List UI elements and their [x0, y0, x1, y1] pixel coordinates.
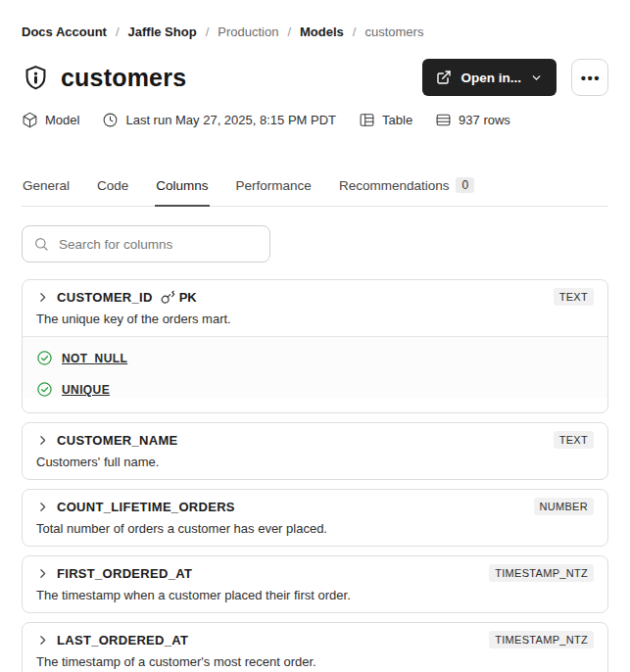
tab-code[interactable]: Code: [96, 178, 129, 207]
column-name: LAST_ORDERED_AT: [57, 633, 188, 648]
column-card-customer-id: CUSTOMER_ID PK TEXT The unique key of th…: [22, 279, 608, 413]
column-card-customer-name: CUSTOMER_NAME TEXT Customers' full name.: [22, 422, 608, 480]
shield-health-icon: [22, 64, 50, 92]
column-header[interactable]: CUSTOMER_ID PK TEXT: [36, 289, 594, 305]
column-header[interactable]: CUSTOMER_NAME TEXT: [36, 432, 594, 448]
check-circle-icon: [36, 350, 53, 366]
ellipsis-icon: •••: [581, 71, 601, 85]
check-circle-icon: [36, 381, 53, 398]
column-type-badge: NUMBER: [534, 498, 594, 515]
column-type-badge: TEXT: [554, 431, 594, 449]
page-title: customers: [61, 64, 186, 92]
column-header[interactable]: COUNT_LIFETIME_ORDERS NUMBER: [36, 499, 594, 514]
key-icon: [161, 290, 175, 305]
tab-performance[interactable]: Performance: [235, 178, 313, 207]
column-card-main: LAST_ORDERED_AT TIMESTAMP_NTZ The timest…: [23, 623, 607, 672]
more-actions-button[interactable]: •••: [571, 59, 608, 96]
column-header[interactable]: FIRST_ORDERED_AT TIMESTAMP_NTZ: [36, 565, 594, 581]
clock-icon: [102, 112, 119, 128]
recommendations-count-badge: 0: [456, 177, 474, 193]
table-icon: [359, 112, 375, 128]
column-type-badge: TIMESTAMP_NTZ: [489, 564, 594, 582]
column-name: FIRST_ORDERED_AT: [57, 566, 192, 581]
resource-meta: Model Last run May 27, 2025, 8:15 PM PDT…: [22, 112, 608, 128]
meta-last-run: Last run May 27, 2025, 8:15 PM PDT: [102, 112, 336, 128]
meta-row-count-label: 937 rows: [459, 113, 510, 127]
column-name: CUSTOMER_NAME: [57, 433, 178, 448]
model-detail-page: Docs Account / Jaffle Shop / Production …: [0, 0, 630, 672]
tab-recommendations-label: Recommendations: [339, 178, 450, 193]
pk-label: PK: [179, 290, 197, 305]
chevron-right-icon[interactable]: [36, 291, 49, 304]
breadcrumb-separator: /: [206, 24, 210, 39]
breadcrumb-item-jaffle-shop[interactable]: Jaffle Shop: [128, 24, 197, 39]
test-row: UNIQUE: [36, 381, 594, 398]
meta-materialization-label: Table: [382, 113, 412, 127]
rows-icon: [435, 112, 452, 128]
chevron-right-icon[interactable]: [36, 501, 49, 513]
tab-columns[interactable]: Columns: [155, 178, 209, 207]
chevron-right-icon[interactable]: [36, 567, 49, 580]
meta-row-count: 937 rows: [435, 112, 510, 128]
search-input[interactable]: [22, 225, 270, 263]
breadcrumb-separator: /: [353, 24, 357, 39]
column-type-badge: TEXT: [554, 288, 594, 306]
column-card-main: COUNT_LIFETIME_ORDERS NUMBER Total numbe…: [23, 490, 607, 546]
column-card-main: CUSTOMER_ID PK TEXT The unique key of th…: [23, 280, 607, 336]
tab-general[interactable]: General: [22, 178, 71, 207]
page-header: customers Open in... •••: [22, 58, 608, 97]
header-actions: Open in... •••: [422, 59, 608, 96]
breadcrumb-item-production[interactable]: Production: [218, 24, 278, 39]
column-description: The unique key of the orders mart.: [36, 312, 594, 327]
column-list: CUSTOMER_ID PK TEXT The unique key of th…: [22, 279, 608, 672]
column-card-main: FIRST_ORDERED_AT TIMESTAMP_NTZ The times…: [23, 556, 607, 612]
breadcrumb-separator: /: [287, 24, 291, 39]
meta-model: Model: [22, 112, 79, 128]
column-card-count-lifetime-orders: COUNT_LIFETIME_ORDERS NUMBER Total numbe…: [22, 489, 608, 547]
tab-columns-label: Columns: [156, 178, 208, 193]
chevron-right-icon[interactable]: [36, 434, 49, 447]
breadcrumb-item-models[interactable]: Models: [300, 24, 344, 39]
meta-last-run-label: Last run May 27, 2025, 8:15 PM PDT: [125, 113, 336, 127]
chevron-down-icon: [530, 72, 543, 84]
tab-code-label: Code: [97, 178, 128, 193]
column-card-main: CUSTOMER_NAME TEXT Customers' full name.: [23, 423, 607, 479]
tab-performance-label: Performance: [236, 178, 312, 193]
column-card-last-ordered-at: LAST_ORDERED_AT TIMESTAMP_NTZ The timest…: [22, 622, 608, 672]
primary-key-indicator: PK: [161, 290, 197, 305]
tab-general-label: General: [23, 178, 70, 193]
cube-icon: [22, 112, 38, 128]
test-link-unique[interactable]: UNIQUE: [62, 383, 110, 397]
column-name: COUNT_LIFETIME_ORDERS: [57, 500, 235, 514]
column-name: CUSTOMER_ID: [57, 290, 153, 305]
search-icon: [33, 236, 49, 252]
meta-model-label: Model: [45, 113, 79, 127]
breadcrumb: Docs Account / Jaffle Shop / Production …: [22, 0, 608, 39]
column-description: Total number of orders a customer has ev…: [36, 521, 594, 537]
column-description: Customers' full name.: [36, 455, 594, 470]
breadcrumb-separator: /: [116, 24, 120, 39]
column-search: [22, 225, 270, 263]
test-row: NOT_NULL: [36, 350, 594, 366]
column-card-first-ordered-at: FIRST_ORDERED_AT TIMESTAMP_NTZ The times…: [22, 555, 608, 613]
chevron-right-icon[interactable]: [36, 634, 49, 647]
tab-recommendations[interactable]: Recommendations 0: [338, 177, 475, 207]
test-link-not-null[interactable]: NOT_NULL: [62, 352, 127, 365]
open-in-label: Open in...: [460, 71, 521, 85]
column-description: The timestamp when a customer placed the…: [36, 588, 594, 603]
detail-tabs: General Code Columns Performance Recomme…: [22, 177, 608, 207]
meta-materialization: Table: [359, 112, 412, 128]
breadcrumb-item-customers: customers: [364, 24, 423, 39]
column-description: The timestamp of a customer's most recen…: [36, 654, 594, 670]
column-header[interactable]: LAST_ORDERED_AT TIMESTAMP_NTZ: [36, 632, 594, 648]
open-in-button[interactable]: Open in...: [422, 59, 557, 96]
breadcrumb-item-docs-account[interactable]: Docs Account: [22, 24, 107, 39]
column-type-badge: TIMESTAMP_NTZ: [489, 631, 594, 648]
column-tests: NOT_NULL UNIQUE: [23, 336, 607, 398]
external-link-icon: [436, 70, 452, 85]
